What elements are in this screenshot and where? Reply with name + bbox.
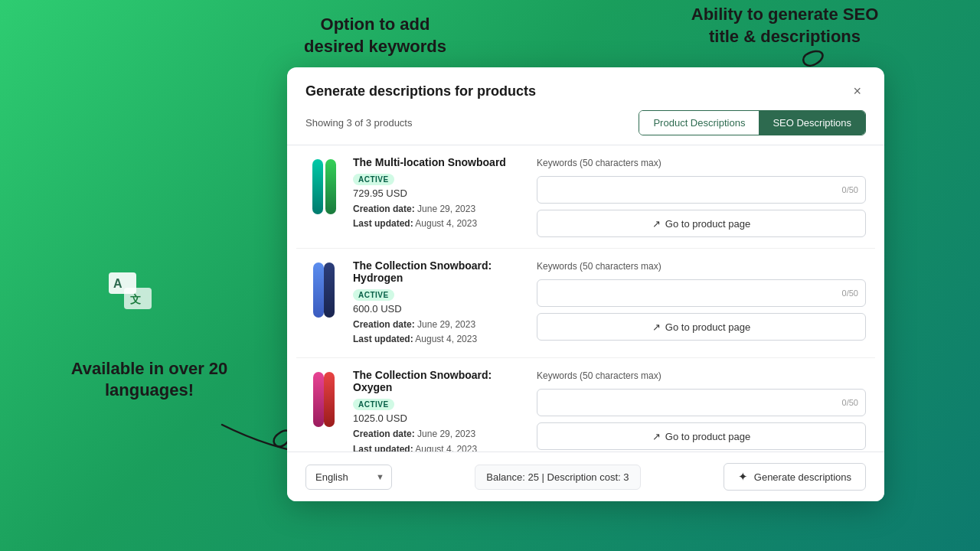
product-name: The Multi-location Snowboard: [353, 156, 526, 168]
showing-count: Showing 3 of 3 products: [305, 117, 412, 129]
board-left: [312, 159, 323, 214]
language-select-wrap: English Spanish French German Italian Po…: [305, 465, 392, 490]
keyword-count: 0/50: [842, 289, 858, 298]
tab-group: Product Descriptions SEO Descriptions: [639, 110, 866, 135]
product-price: 729.95 USD: [353, 187, 526, 199]
board-left: [313, 262, 324, 318]
table-row: The Multi-location Snowboard ACTIVE 729.…: [296, 145, 875, 249]
keyword-input[interactable]: [537, 279, 866, 307]
product-info: The Collection Snowboard: Hydrogen ACTIV…: [353, 259, 526, 347]
product-price: 1025.0 USD: [353, 412, 526, 424]
keyword-input-wrap: 0/50: [537, 176, 866, 204]
keyword-input-wrap: 0/50: [537, 389, 866, 416]
generate-descriptions-button[interactable]: ✦ Generate descriptions: [724, 463, 866, 491]
keyword-section: Keywords (50 characters max) 0/50 ↗ Go t…: [537, 156, 866, 237]
board-right: [324, 262, 335, 318]
modal: Generate descriptions for products × Sho…: [287, 67, 884, 501]
product-list: The Multi-location Snowboard ACTIVE 729.…: [287, 145, 884, 452]
goto-product-button[interactable]: ↗ Go to product page: [537, 313, 866, 341]
board-right: [325, 159, 336, 214]
product-meta: Creation date: June 29, 2023 Last update…: [353, 318, 526, 347]
svg-text:A: A: [113, 277, 122, 290]
product-meta: Creation date: June 29, 2023 Last update…: [353, 427, 526, 452]
modal-title: Generate descriptions for products: [305, 83, 536, 99]
board-left: [313, 372, 324, 427]
language-select[interactable]: English Spanish French German Italian Po…: [305, 465, 392, 490]
keyword-label: Keywords (50 characters max): [537, 261, 866, 272]
keyword-count: 0/50: [842, 398, 858, 407]
keyword-section: Keywords (50 characters max) 0/50 ↗ Go t…: [537, 259, 866, 341]
modal-footer: English Spanish French German Italian Po…: [287, 452, 884, 501]
keyword-input[interactable]: [537, 176, 866, 204]
status-badge: ACTIVE: [353, 174, 394, 185]
product-image: [305, 259, 342, 321]
generate-label: Generate descriptions: [754, 471, 851, 483]
modal-subheader: Showing 3 of 3 products Product Descript…: [287, 99, 884, 145]
language-icon: A 文: [107, 268, 153, 314]
annotation-seo: Ability to generate SEO title & descript…: [678, 4, 892, 47]
close-button[interactable]: ×: [848, 83, 866, 99]
sparkle-icon: ✦: [738, 470, 748, 484]
status-badge: ACTIVE: [353, 399, 394, 410]
product-name: The Collection Snowboard: Oxygen: [353, 369, 526, 393]
annotation-keywords: Option to add desired keywords: [291, 14, 459, 57]
product-image: [305, 156, 342, 217]
external-link-icon: ↗: [652, 218, 661, 230]
board-right: [324, 372, 335, 427]
keyword-count: 0/50: [842, 185, 858, 194]
status-badge: ACTIVE: [353, 289, 394, 301]
table-row: The Collection Snowboard: Oxygen ACTIVE …: [296, 358, 875, 452]
keyword-label: Keywords (50 characters max): [537, 370, 866, 381]
modal-header: Generate descriptions for products ×: [287, 67, 884, 99]
tab-seo-descriptions[interactable]: SEO Descriptions: [759, 111, 865, 135]
svg-text:文: 文: [130, 293, 141, 305]
product-meta: Creation date: June 29, 2023 Last update…: [353, 202, 526, 231]
keyword-input-wrap: 0/50: [537, 279, 866, 307]
product-image: [305, 369, 342, 430]
table-row: The Collection Snowboard: Hydrogen ACTIV…: [296, 249, 875, 358]
keyword-section: Keywords (50 characters max) 0/50 ↗ Go t…: [537, 369, 866, 450]
goto-product-button[interactable]: ↗ Go to product page: [537, 422, 866, 450]
product-price: 600.0 USD: [353, 303, 526, 315]
product-info: The Multi-location Snowboard ACTIVE 729.…: [353, 156, 526, 231]
annotation-languages: Available in over 20 languages!: [42, 358, 256, 402]
balance-info: Balance: 25 | Description cost: 3: [475, 465, 640, 490]
product-info: The Collection Snowboard: Oxygen ACTIVE …: [353, 369, 526, 452]
goto-product-button[interactable]: ↗ Go to product page: [537, 210, 866, 237]
product-name: The Collection Snowboard: Hydrogen: [353, 259, 526, 284]
tab-product-descriptions[interactable]: Product Descriptions: [639, 111, 759, 135]
external-link-icon: ↗: [652, 431, 661, 442]
external-link-icon: ↗: [652, 321, 661, 333]
keyword-label: Keywords (50 characters max): [537, 158, 866, 168]
keyword-input[interactable]: [537, 389, 866, 416]
